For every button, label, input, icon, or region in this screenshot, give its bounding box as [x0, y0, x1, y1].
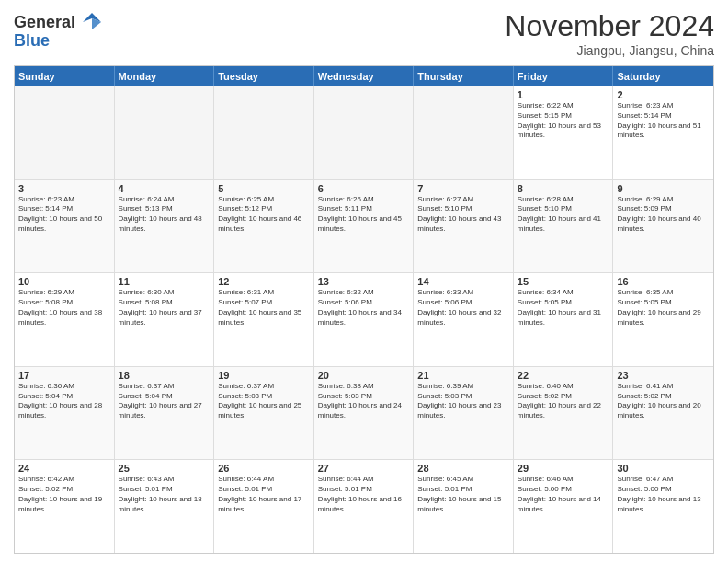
- day-number: 16: [617, 276, 710, 287]
- logo-icon: [79, 9, 105, 35]
- calendar-row: 3Sunrise: 6:23 AMSunset: 5:14 PMDaylight…: [15, 180, 713, 274]
- day-number: 3: [18, 183, 110, 194]
- day-number: 22: [518, 370, 609, 381]
- weekday-header: Tuesday: [214, 66, 314, 86]
- calendar-cell: 6Sunrise: 6:26 AMSunset: 5:11 PMDaylight…: [314, 180, 415, 273]
- calendar-body: 1Sunrise: 6:22 AMSunset: 5:15 PMDaylight…: [15, 86, 713, 553]
- day-number: 30: [617, 463, 710, 474]
- calendar-cell: 19Sunrise: 6:37 AMSunset: 5:03 PMDayligh…: [214, 367, 314, 460]
- calendar-cell: [115, 86, 215, 179]
- day-number: 18: [119, 370, 210, 381]
- day-number: 24: [18, 463, 110, 474]
- day-number: 14: [417, 276, 509, 287]
- day-number: 15: [518, 276, 609, 287]
- header: General Blue November 2024 Jiangpu, Jian…: [14, 9, 714, 58]
- cell-info: Sunrise: 6:38 AMSunset: 5:03 PMDaylight:…: [318, 382, 410, 421]
- calendar-cell: 3Sunrise: 6:23 AMSunset: 5:14 PMDaylight…: [15, 180, 115, 273]
- calendar-cell: 28Sunrise: 6:45 AMSunset: 5:01 PMDayligh…: [414, 460, 514, 553]
- day-number: 12: [218, 276, 310, 287]
- cell-info: Sunrise: 6:28 AMSunset: 5:10 PMDaylight:…: [518, 195, 609, 235]
- cell-info: Sunrise: 6:29 AMSunset: 5:09 PMDaylight:…: [617, 195, 710, 235]
- calendar-cell: 5Sunrise: 6:25 AMSunset: 5:12 PMDaylight…: [214, 180, 314, 273]
- title-area: November 2024 Jiangpu, Jiangsu, China: [505, 9, 714, 58]
- cell-info: Sunrise: 6:25 AMSunset: 5:12 PMDaylight:…: [218, 195, 310, 235]
- cell-info: Sunrise: 6:41 AMSunset: 5:02 PMDaylight:…: [617, 382, 710, 421]
- calendar-cell: 13Sunrise: 6:32 AMSunset: 5:06 PMDayligh…: [314, 273, 415, 366]
- calendar-cell: 15Sunrise: 6:34 AMSunset: 5:05 PMDayligh…: [514, 273, 614, 366]
- calendar-cell: 25Sunrise: 6:43 AMSunset: 5:01 PMDayligh…: [115, 460, 215, 553]
- cell-info: Sunrise: 6:43 AMSunset: 5:01 PMDaylight:…: [119, 475, 210, 514]
- cell-info: Sunrise: 6:44 AMSunset: 5:01 PMDaylight:…: [218, 475, 310, 514]
- day-number: 11: [119, 276, 210, 287]
- calendar-row: 17Sunrise: 6:36 AMSunset: 5:04 PMDayligh…: [15, 367, 713, 461]
- cell-info: Sunrise: 6:29 AMSunset: 5:08 PMDaylight:…: [18, 288, 110, 327]
- day-number: 9: [617, 183, 710, 194]
- logo-general: General: [14, 13, 75, 32]
- weekday-header: Wednesday: [314, 66, 415, 86]
- cell-info: Sunrise: 6:24 AMSunset: 5:13 PMDaylight:…: [119, 195, 210, 235]
- calendar-cell: 1Sunrise: 6:22 AMSunset: 5:15 PMDaylight…: [514, 86, 614, 179]
- cell-info: Sunrise: 6:27 AMSunset: 5:10 PMDaylight:…: [417, 195, 509, 235]
- day-number: 26: [218, 463, 310, 474]
- calendar-cell: 10Sunrise: 6:29 AMSunset: 5:08 PMDayligh…: [15, 273, 115, 366]
- day-number: 20: [318, 370, 410, 381]
- calendar-row: 10Sunrise: 6:29 AMSunset: 5:08 PMDayligh…: [15, 273, 713, 367]
- cell-info: Sunrise: 6:37 AMSunset: 5:04 PMDaylight:…: [119, 382, 210, 421]
- calendar: SundayMondayTuesdayWednesdayThursdayFrid…: [14, 65, 714, 554]
- calendar-cell: 9Sunrise: 6:29 AMSunset: 5:09 PMDaylight…: [613, 180, 713, 273]
- cell-info: Sunrise: 6:44 AMSunset: 5:01 PMDaylight:…: [318, 475, 410, 514]
- calendar-cell: [214, 86, 314, 179]
- cell-info: Sunrise: 6:37 AMSunset: 5:03 PMDaylight:…: [218, 382, 310, 421]
- calendar-cell: 2Sunrise: 6:23 AMSunset: 5:14 PMDaylight…: [613, 86, 713, 179]
- calendar-cell: 29Sunrise: 6:46 AMSunset: 5:00 PMDayligh…: [514, 460, 614, 553]
- calendar-page: General Blue November 2024 Jiangpu, Jian…: [0, 0, 728, 563]
- calendar-row: 1Sunrise: 6:22 AMSunset: 5:15 PMDaylight…: [15, 86, 713, 180]
- cell-info: Sunrise: 6:35 AMSunset: 5:05 PMDaylight:…: [617, 288, 710, 327]
- calendar-cell: 4Sunrise: 6:24 AMSunset: 5:13 PMDaylight…: [115, 180, 215, 273]
- calendar-cell: 8Sunrise: 6:28 AMSunset: 5:10 PMDaylight…: [514, 180, 614, 273]
- day-number: 5: [218, 183, 310, 194]
- calendar-cell: 7Sunrise: 6:27 AMSunset: 5:10 PMDaylight…: [414, 180, 514, 273]
- day-number: 13: [318, 276, 410, 287]
- calendar-cell: 21Sunrise: 6:39 AMSunset: 5:03 PMDayligh…: [414, 367, 514, 460]
- weekday-header: Sunday: [15, 66, 115, 86]
- calendar-cell: 24Sunrise: 6:42 AMSunset: 5:02 PMDayligh…: [15, 460, 115, 553]
- calendar-cell: [314, 86, 415, 179]
- calendar-cell: 18Sunrise: 6:37 AMSunset: 5:04 PMDayligh…: [115, 367, 215, 460]
- day-number: 17: [18, 370, 110, 381]
- calendar-row: 24Sunrise: 6:42 AMSunset: 5:02 PMDayligh…: [15, 460, 713, 553]
- calendar-cell: 27Sunrise: 6:44 AMSunset: 5:01 PMDayligh…: [314, 460, 415, 553]
- day-number: 25: [119, 463, 210, 474]
- cell-info: Sunrise: 6:32 AMSunset: 5:06 PMDaylight:…: [318, 288, 410, 327]
- day-number: 29: [518, 463, 609, 474]
- day-number: 10: [18, 276, 110, 287]
- cell-info: Sunrise: 6:23 AMSunset: 5:14 PMDaylight:…: [18, 195, 110, 235]
- cell-info: Sunrise: 6:45 AMSunset: 5:01 PMDaylight:…: [417, 475, 509, 514]
- logo: General Blue: [14, 9, 105, 51]
- cell-info: Sunrise: 6:34 AMSunset: 5:05 PMDaylight:…: [518, 288, 609, 327]
- weekday-header: Saturday: [613, 66, 713, 86]
- calendar-cell: 17Sunrise: 6:36 AMSunset: 5:04 PMDayligh…: [15, 367, 115, 460]
- weekday-header: Friday: [514, 66, 614, 86]
- day-number: 2: [617, 89, 710, 100]
- cell-info: Sunrise: 6:33 AMSunset: 5:06 PMDaylight:…: [417, 288, 509, 327]
- day-number: 21: [417, 370, 509, 381]
- cell-info: Sunrise: 6:40 AMSunset: 5:02 PMDaylight:…: [518, 382, 609, 421]
- day-number: 19: [218, 370, 310, 381]
- calendar-header: SundayMondayTuesdayWednesdayThursdayFrid…: [15, 66, 713, 86]
- day-number: 27: [318, 463, 410, 474]
- cell-info: Sunrise: 6:31 AMSunset: 5:07 PMDaylight:…: [218, 288, 310, 327]
- calendar-cell: 23Sunrise: 6:41 AMSunset: 5:02 PMDayligh…: [613, 367, 713, 460]
- day-number: 7: [417, 183, 509, 194]
- day-number: 23: [617, 370, 710, 381]
- calendar-cell: [414, 86, 514, 179]
- cell-info: Sunrise: 6:39 AMSunset: 5:03 PMDaylight:…: [417, 382, 509, 421]
- calendar-cell: 11Sunrise: 6:30 AMSunset: 5:08 PMDayligh…: [115, 273, 215, 366]
- cell-info: Sunrise: 6:46 AMSunset: 5:00 PMDaylight:…: [518, 475, 609, 514]
- weekday-header: Monday: [115, 66, 215, 86]
- cell-info: Sunrise: 6:26 AMSunset: 5:11 PMDaylight:…: [318, 195, 410, 235]
- location: Jiangpu, Jiangsu, China: [505, 43, 714, 58]
- cell-info: Sunrise: 6:36 AMSunset: 5:04 PMDaylight:…: [18, 382, 110, 421]
- calendar-cell: 22Sunrise: 6:40 AMSunset: 5:02 PMDayligh…: [514, 367, 614, 460]
- cell-info: Sunrise: 6:23 AMSunset: 5:14 PMDaylight:…: [617, 101, 710, 141]
